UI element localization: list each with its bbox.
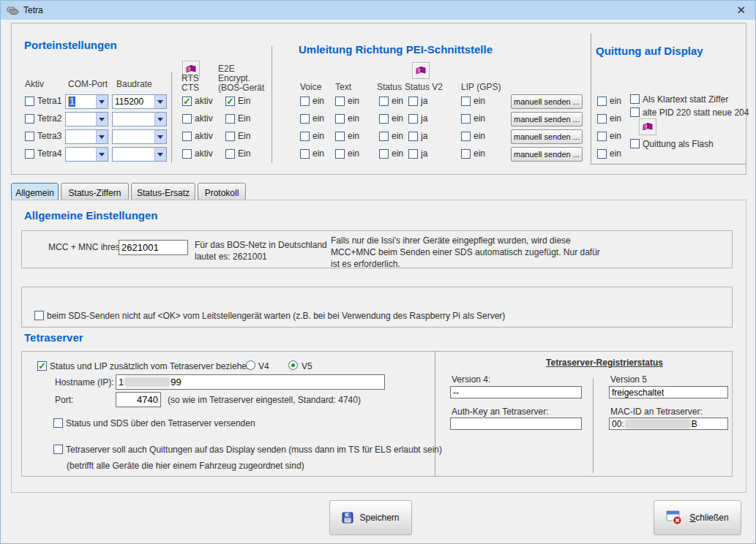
chevron-down-icon[interactable] [154,148,166,161]
e2e-ein-label[interactable]: Ein [238,132,250,141]
ein-label[interactable]: ein [392,132,403,141]
tetra4-rts-checkbox[interactable] [182,149,192,159]
klartext-label[interactable]: Als Klartext statt Ziffer [643,95,728,105]
voice-checkbox[interactable] [300,132,310,141]
ein-label[interactable]: ein [474,149,485,159]
hostname-input[interactable]: 199 [116,374,385,390]
text-checkbox[interactable] [335,97,345,106]
ein-label[interactable]: ein [312,149,324,159]
text-checkbox[interactable] [335,114,345,124]
statusv2-checkbox[interactable] [408,149,418,159]
tetra4-com-select[interactable] [65,147,108,162]
ein-label[interactable]: ein [392,149,403,159]
tetra2-com-select[interactable] [65,112,108,126]
ein-label[interactable]: ein [474,114,485,124]
status-checkbox[interactable] [379,132,389,141]
manuell-senden-button[interactable]: manuell senden ... [511,112,583,126]
chevron-down-icon[interactable] [96,95,108,108]
ein-label[interactable]: ein [348,149,359,159]
tetra3-e2e-checkbox[interactable] [225,132,235,141]
status-checkbox[interactable] [379,97,389,106]
chevron-down-icon[interactable] [96,130,108,143]
voice-checkbox[interactable] [300,114,310,124]
quittung-ein-checkbox[interactable] [597,114,607,124]
ein-label[interactable]: ein [312,132,324,141]
e2e-ein-label[interactable]: Ein [238,97,250,106]
manuell-senden-button[interactable]: manuell senden ... [511,147,583,162]
rts-aktiv-label[interactable]: aktiv [195,149,213,159]
statusv2-checkbox[interactable] [408,114,418,124]
ein-label[interactable]: ein [610,132,621,141]
text-checkbox[interactable] [335,149,345,159]
ja-label[interactable]: ja [421,149,427,159]
tab-allgemein[interactable]: Allgemein [11,183,59,200]
ein-label[interactable]: ein [610,149,621,159]
ein-label[interactable]: ein [610,97,621,106]
chevron-down-icon[interactable] [96,148,108,161]
ein-label[interactable]: ein [312,114,324,124]
versenden-label[interactable]: Status und SDS über den Tetraserver vers… [66,419,255,428]
ein-label[interactable]: ein [348,132,359,141]
rts-aktiv-label[interactable]: aktiv [195,114,213,124]
versenden-checkbox[interactable] [53,418,63,428]
tetraserver-bezug-label[interactable]: Status und LIP zusätzlich vom Tetraserve… [50,362,254,371]
tetra4-aktiv-checkbox[interactable] [25,149,34,159]
ein-label[interactable]: ein [348,114,359,124]
ja-label[interactable]: ja [421,114,427,124]
chevron-down-icon[interactable] [154,113,166,126]
save-button[interactable]: Speichern [329,500,412,535]
tab-status-ziffern[interactable]: Status-Ziffern [61,183,129,200]
klartext-checkbox[interactable] [630,94,640,104]
ein-label[interactable]: ein [474,132,485,141]
flash-label[interactable]: Quittung als Flash [643,140,714,149]
voice-checkbox[interactable] [300,149,310,159]
quittungen-label[interactable]: Tetraserver soll auch Quittungen auf das… [66,445,442,455]
quittung-ein-checkbox[interactable] [597,97,607,106]
v4-label[interactable]: V4 [258,362,269,371]
tetra2-e2e-checkbox[interactable] [225,114,235,124]
tetra2-aktiv-checkbox[interactable] [25,114,34,124]
tetra1-rts-checkbox[interactable] [182,97,192,106]
manuell-senden-button[interactable]: manuell senden ... [511,129,583,144]
tetra3-aktiv-checkbox[interactable] [25,132,34,141]
v5-radio[interactable] [288,360,298,370]
status-checkbox[interactable] [379,114,389,124]
alte-pid-checkbox[interactable] [630,107,640,117]
ja-label[interactable]: ja [421,97,427,106]
chevron-down-icon[interactable] [154,130,166,143]
tetra1-aktiv-checkbox[interactable] [25,97,34,106]
quittungen-checkbox[interactable] [53,445,63,454]
ein-label[interactable]: ein [610,114,621,124]
sds-wait-label[interactable]: beim SDS-Senden nicht auf <OK> vom Leits… [47,311,505,321]
port-input[interactable]: 4740 [116,392,161,407]
chevron-down-icon[interactable] [96,113,108,126]
tetra1-baud-select[interactable]: 115200 [112,94,167,109]
e2e-ein-label[interactable]: Ein [238,114,250,124]
statusv2-help-button[interactable]: ? [412,62,430,79]
tetra3-rts-checkbox[interactable] [182,132,192,141]
e2e-ein-label[interactable]: Ein [238,149,250,159]
lip-checkbox[interactable] [461,114,471,124]
ein-label[interactable]: ein [474,97,485,106]
tetra1-com-select[interactable]: 1 [65,94,108,109]
voice-checkbox[interactable] [300,97,310,106]
quittung-help-button[interactable]: ? [639,118,656,135]
tetra3-baud-select[interactable] [112,129,167,144]
ein-label[interactable]: ein [312,97,324,106]
close-icon[interactable]: ✕ [736,4,746,17]
chevron-down-icon[interactable] [154,95,166,108]
lip-checkbox[interactable] [461,97,471,106]
status-checkbox[interactable] [379,149,389,159]
tab-protokoll[interactable]: Protokoll [198,183,246,200]
quittung-ein-checkbox[interactable] [597,149,607,159]
manuell-senden-button[interactable]: manuell senden ... [511,94,583,109]
ein-label[interactable]: ein [392,114,403,124]
close-button[interactable]: Schließen [654,500,741,535]
tetra4-e2e-checkbox[interactable] [225,149,235,159]
tab-status-ersatz[interactable]: Status-Ersatz [131,183,195,200]
v4-radio[interactable] [246,360,255,370]
alte-pid-label[interactable]: alte PID 220 statt neue 204 [643,108,749,118]
flash-checkbox[interactable] [630,139,640,148]
statusv2-checkbox[interactable] [408,97,418,106]
ein-label[interactable]: ein [392,97,403,106]
